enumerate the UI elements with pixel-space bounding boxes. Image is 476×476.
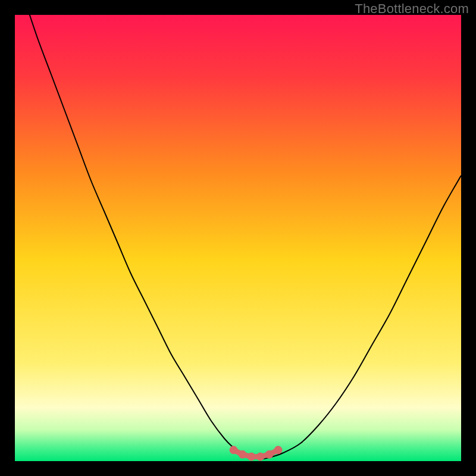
valley-marker xyxy=(248,453,255,461)
valley-marker xyxy=(274,446,282,454)
chart-frame: TheBottleneck.com xyxy=(0,0,476,476)
valley-marker xyxy=(230,446,237,454)
bottleneck-chart xyxy=(15,15,461,461)
valley-marker xyxy=(265,450,273,458)
plot-area xyxy=(15,15,461,461)
valley-marker xyxy=(239,450,246,458)
gradient-background xyxy=(15,15,461,461)
valley-marker xyxy=(256,453,264,461)
attribution-watermark: TheBottleneck.com xyxy=(355,1,469,17)
